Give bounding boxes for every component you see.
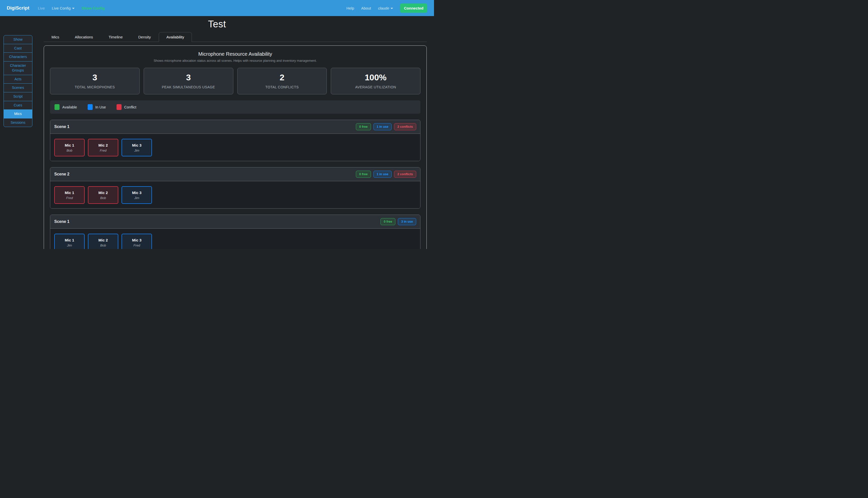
stat-label: PEAK SIMULTANEOUS USAGE	[162, 85, 215, 89]
scene-header: Scene 2 0 free 1 in use 2 conflicts	[50, 167, 420, 181]
mic-card: Mic 2 Bob	[88, 234, 118, 249]
sidebar-item-sessions[interactable]: Sessions	[4, 118, 32, 127]
live-config-label: Live Config	[52, 6, 70, 10]
sidebar-item-characters[interactable]: Characters	[4, 53, 32, 62]
sidebar-item-script[interactable]: Script	[4, 92, 32, 101]
tab-mics[interactable]: Mics	[44, 32, 67, 42]
nav-link-live[interactable]: Live	[38, 6, 45, 10]
mic-card: Mic 2 Fred	[88, 139, 118, 156]
nav-link-help[interactable]: Help	[346, 6, 354, 10]
sidebar-item-scenes[interactable]: Scenes	[4, 83, 32, 92]
mic-name: Mic 1	[65, 143, 74, 147]
mic-name: Mic 3	[132, 238, 142, 242]
scene-title: Scene 1	[54, 219, 69, 224]
scene-header: Scene 1 0 free 1 in use 2 conflicts	[50, 120, 420, 134]
scene-badges: 0 free 1 in use 2 conflicts	[356, 171, 416, 178]
panel-title: Microphone Resource Availability	[50, 51, 420, 57]
free-badge: 0 free	[356, 123, 371, 130]
navbar: DigiScript Live Live Config Show Config …	[0, 0, 434, 16]
stat-value: 2	[280, 73, 284, 82]
in-use-swatch-icon	[88, 104, 93, 110]
stat-label: TOTAL MICROPHONES	[75, 85, 115, 89]
legend-label: In Use	[95, 105, 106, 109]
stat-card-peak-usage: 3 PEAK SIMULTANEOUS USAGE	[144, 68, 233, 94]
legend-item-in-use: In Use	[88, 104, 106, 110]
tab-timeline[interactable]: Timeline	[101, 32, 130, 42]
scene-header: Scene 1 0 free 3 in use	[50, 215, 420, 229]
stat-card-total-conflicts: 2 TOTAL CONFLICTS	[237, 68, 327, 94]
tab-allocations[interactable]: Allocations	[67, 32, 101, 42]
scene-section: Scene 2 0 free 1 in use 2 conflicts Mic …	[50, 167, 420, 209]
mic-card: Mic 3 Jim	[121, 186, 152, 204]
connected-button[interactable]: Connected	[400, 3, 427, 13]
mic-assignee: Bob	[67, 148, 72, 152]
content-area: Show Cast Characters Character Groups Ac…	[0, 32, 434, 249]
mic-card: Mic 1 Bob	[54, 139, 85, 156]
tab-bar: Mics Allocations Timeline Density Availa…	[44, 32, 427, 42]
mic-assignee: Fred	[133, 244, 140, 247]
legend: Available In Use Conflict	[50, 101, 420, 114]
mic-assignee: Jim	[134, 148, 139, 152]
scene-badges: 0 free 1 in use 2 conflicts	[356, 123, 416, 130]
tab-availability[interactable]: Availability	[159, 32, 192, 42]
mic-name: Mic 1	[65, 191, 74, 195]
nav-link-about[interactable]: About	[361, 6, 371, 10]
sidebar-item-character-groups[interactable]: Character Groups	[4, 62, 32, 75]
chevron-down-icon	[72, 8, 75, 9]
nav-link-live-config[interactable]: Live Config	[52, 6, 75, 10]
main-column: Mics Allocations Timeline Density Availa…	[44, 32, 427, 249]
mic-name: Mic 3	[132, 191, 142, 195]
conflicts-badge: 2 conflicts	[394, 171, 416, 178]
user-menu[interactable]: claude	[378, 6, 393, 10]
sidebar-item-acts[interactable]: Acts	[4, 75, 32, 84]
mic-assignee: Bob	[100, 244, 106, 247]
sidebar-item-mics[interactable]: Mics	[4, 110, 32, 118]
stat-value: 3	[92, 73, 97, 82]
stat-card-total-microphones: 3 TOTAL MICROPHONES	[50, 68, 140, 94]
mic-assignee: Fred	[100, 148, 106, 152]
mic-name: Mic 2	[99, 238, 108, 242]
scene-section: Scene 1 0 free 1 in use 2 conflicts Mic …	[50, 120, 420, 161]
scene-badges: 0 free 3 in use	[380, 218, 416, 225]
tab-density[interactable]: Density	[131, 32, 159, 42]
scene-title: Scene 2	[54, 172, 69, 176]
brand[interactable]: DigiScript	[7, 5, 29, 11]
sidebar-item-cues[interactable]: Cues	[4, 101, 32, 110]
legend-label: Available	[62, 105, 77, 109]
mic-assignee: Bob	[100, 196, 106, 200]
mic-assignee: Fred	[66, 196, 73, 200]
stat-label: AVERAGE UTILIZATION	[355, 85, 396, 89]
mic-name: Mic 2	[99, 143, 108, 147]
conflict-swatch-icon	[117, 104, 121, 110]
free-badge: 0 free	[356, 171, 371, 178]
mic-name: Mic 2	[99, 191, 108, 195]
scene-mic-row: Mic 1 Jim Mic 2 Bob Mic 3 Fred	[50, 229, 420, 249]
in-use-badge: 1 in use	[374, 171, 392, 178]
stat-value: 3	[186, 73, 191, 82]
mic-card: Mic 1 Jim	[54, 234, 85, 249]
scene-title: Scene 1	[54, 124, 69, 129]
mic-name: Mic 3	[132, 143, 142, 147]
legend-item-conflict: Conflict	[117, 104, 137, 110]
scene-mic-row: Mic 1 Bob Mic 2 Fred Mic 3 Jim	[50, 134, 420, 161]
panel-subtitle: Shows microphone allocation status acros…	[50, 59, 420, 63]
page-title: Test	[0, 19, 434, 30]
mic-assignee: Jim	[134, 196, 139, 200]
free-badge: 0 free	[380, 218, 395, 225]
mic-card: Mic 3 Fred	[121, 234, 152, 249]
mic-card: Mic 1 Fred	[54, 186, 85, 204]
scene-mic-row: Mic 1 Fred Mic 2 Bob Mic 3 Jim	[50, 181, 420, 208]
stat-card-average-utilization: 100% AVERAGE UTILIZATION	[331, 68, 420, 94]
username-label: claude	[378, 6, 389, 10]
sidebar-item-show[interactable]: Show	[4, 35, 32, 44]
availability-panel: Microphone Resource Availability Shows m…	[44, 45, 427, 249]
sidebar-item-cast[interactable]: Cast	[4, 44, 32, 53]
legend-item-available: Available	[54, 104, 77, 110]
available-swatch-icon	[54, 104, 60, 110]
nav-link-show-config[interactable]: Show Config	[82, 6, 105, 10]
mic-card: Mic 2 Bob	[88, 186, 118, 204]
sidebar: Show Cast Characters Character Groups Ac…	[3, 35, 33, 127]
stat-label: TOTAL CONFLICTS	[265, 85, 299, 89]
legend-label: Conflict	[124, 105, 137, 109]
navbar-left-links: Live Live Config Show Config	[38, 6, 105, 10]
